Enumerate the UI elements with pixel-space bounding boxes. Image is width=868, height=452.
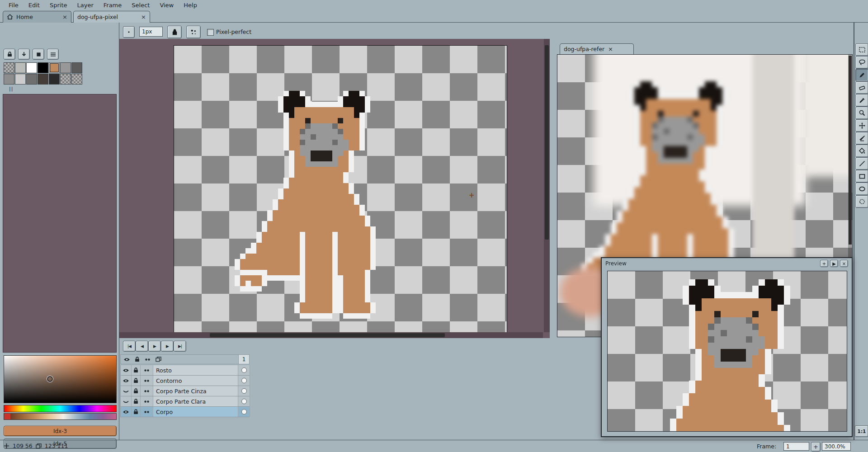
canvas-vertical-scrollbar[interactable] [544, 39, 550, 332]
sprite-canvas[interactable]: + [174, 45, 507, 333]
canvas-editor-area[interactable]: + [119, 39, 550, 338]
palette-swatch[interactable] [38, 74, 48, 85]
palette-swatch[interactable] [60, 74, 71, 85]
palette-swatch[interactable] [49, 62, 60, 73]
rectangle-tool-button[interactable] [855, 170, 868, 183]
palette-swatch[interactable] [71, 62, 82, 73]
tab-home-close-icon[interactable]: × [62, 14, 67, 20]
preview-window[interactable]: Preview +▶× [601, 257, 853, 437]
preview-title-bar[interactable]: Preview +▶× [602, 258, 852, 269]
eyedropper-tool-button[interactable] [855, 94, 868, 107]
playback-button-0[interactable]: |◀ [123, 341, 136, 352]
hue-slider[interactable] [4, 405, 117, 412]
menu-item-file[interactable]: File [4, 1, 24, 9]
menu-item-sprite[interactable]: Sprite [45, 1, 72, 9]
lock-column-icon[interactable] [135, 357, 140, 362]
palette-swatch[interactable] [60, 62, 71, 73]
layer-continuous-icon[interactable] [141, 407, 153, 417]
v-scrollbar-thumb[interactable] [545, 45, 549, 240]
preview-close-button[interactable]: × [840, 260, 848, 267]
layer-cel[interactable] [238, 376, 250, 386]
color-picker-marker[interactable] [47, 376, 53, 382]
lasso-tool-button[interactable] [855, 56, 868, 69]
slice-tool-button[interactable] [855, 132, 868, 145]
dynamics-button[interactable] [186, 26, 201, 38]
onion-skin-icon[interactable] [156, 357, 161, 362]
palette-menu-button[interactable] [47, 49, 59, 60]
visibility-column-icon[interactable] [123, 357, 130, 362]
layer-continuous-icon[interactable] [141, 376, 153, 386]
tab-sprite[interactable]: dog-ufpa-pixel × [73, 11, 150, 23]
layer-cel[interactable] [238, 407, 250, 417]
layer-row-corpo-parte-cinza[interactable]: Corpo Parte Cinza [120, 386, 250, 396]
menu-item-layer[interactable]: Layer [72, 1, 99, 9]
menu-item-select[interactable]: Select [127, 1, 155, 9]
menu-item-frame[interactable]: Frame [99, 1, 127, 9]
bucket-tool-button[interactable] [855, 145, 868, 157]
layer-row-corpo-parte-clara[interactable]: Corpo Parte Clara [120, 396, 250, 407]
playback-button-2[interactable]: ▶ [148, 341, 161, 352]
move-tool-button[interactable] [855, 119, 868, 132]
frame-number-input[interactable] [783, 442, 809, 451]
palette-swatch[interactable] [4, 62, 14, 73]
layer-lock-icon[interactable] [132, 376, 141, 386]
zoom-tool-button[interactable] [855, 107, 868, 119]
layer-continuous-icon[interactable] [141, 365, 153, 375]
layer-visibility-on-icon[interactable] [121, 407, 132, 417]
line-tool-button[interactable] [855, 157, 868, 170]
layer-visibility-on-icon[interactable] [121, 376, 132, 386]
brush-size-input[interactable] [139, 27, 163, 37]
pencil-tool-button[interactable] [855, 69, 868, 81]
menu-item-help[interactable]: Help [179, 1, 202, 9]
color-saturation-picker[interactable] [4, 355, 117, 403]
playback-button-4[interactable]: ▶| [174, 341, 186, 352]
tab-sprite-close-icon[interactable]: × [141, 14, 146, 20]
palette-lock-button[interactable] [4, 49, 15, 60]
playback-button-1[interactable]: ◀ [136, 341, 148, 352]
layer-visibility-off-icon[interactable] [121, 396, 132, 406]
palette-swatch[interactable] [38, 62, 48, 73]
ellipse-tool-button[interactable] [855, 183, 868, 195]
layer-cel[interactable] [238, 386, 250, 396]
layer-cel[interactable] [238, 365, 250, 375]
palette-swatch[interactable] [26, 62, 37, 73]
palette-swatch[interactable] [71, 74, 82, 85]
playback-button-3[interactable]: ▶ [161, 341, 174, 352]
menu-item-view[interactable]: View [155, 1, 179, 9]
frame-number-header[interactable]: 1 [238, 354, 250, 364]
reference-scrollbar-thumb[interactable] [849, 56, 852, 245]
layer-visibility-off-icon[interactable] [121, 386, 132, 396]
layer-row-corpo[interactable]: Corpo [120, 407, 250, 417]
tab-home[interactable]: Home × [3, 11, 71, 23]
h-scrollbar-thumb[interactable] [210, 333, 445, 337]
contour-tool-button[interactable] [855, 195, 868, 208]
canvas-horizontal-scrollbar[interactable] [119, 332, 543, 338]
palette-swatch[interactable] [49, 74, 60, 85]
layer-row-contorno[interactable]: Contorno [120, 376, 250, 386]
layer-lock-icon[interactable] [132, 407, 141, 417]
eraser-tool-button[interactable] [855, 81, 868, 94]
palette-swatch[interactable] [4, 74, 14, 85]
preview-options-button[interactable]: + [820, 260, 828, 267]
marquee-tool-button[interactable] [855, 43, 868, 56]
ink-type-button[interactable] [167, 26, 182, 38]
preview-canvas[interactable] [607, 271, 847, 432]
layer-row-rosto[interactable]: Rosto [120, 365, 250, 376]
tab-reference[interactable]: dog-ufpa-refer × [560, 43, 634, 54]
brush-size-dot-button[interactable] [123, 26, 135, 38]
tab-reference-close-icon[interactable]: × [608, 46, 613, 52]
zoom-level-input[interactable] [822, 442, 851, 451]
menu-item-edit[interactable]: Edit [24, 1, 45, 9]
layer-lock-icon[interactable] [132, 396, 141, 406]
layer-cel[interactable] [238, 396, 250, 406]
palette-square-button[interactable] [33, 49, 44, 60]
layer-visibility-on-icon[interactable] [121, 365, 132, 375]
palette-swatch[interactable] [26, 74, 37, 85]
add-frame-button[interactable]: + [811, 442, 821, 452]
layer-continuous-icon[interactable] [141, 396, 153, 406]
palette-arrow_down-button[interactable] [18, 49, 30, 60]
layer-lock-icon[interactable] [132, 365, 141, 375]
preview-play-button[interactable]: ▶ [830, 260, 838, 267]
shades-bar[interactable] [4, 413, 117, 420]
foreground-color-button[interactable]: Idx-3 [4, 426, 117, 436]
